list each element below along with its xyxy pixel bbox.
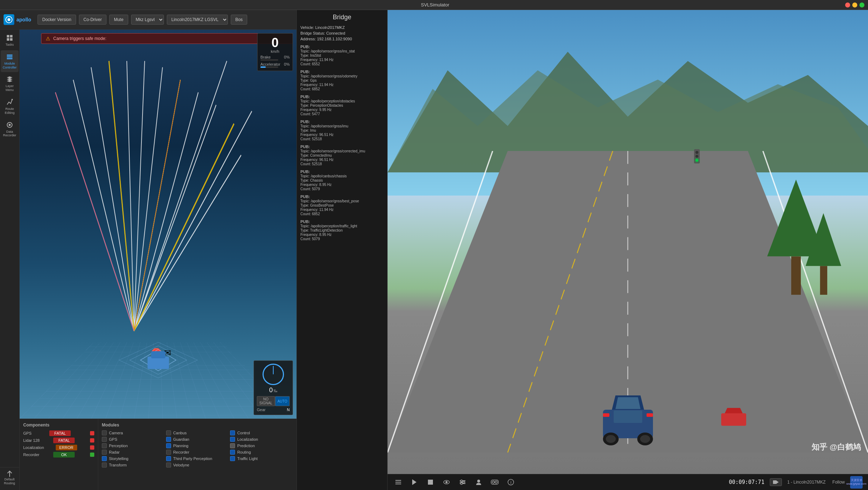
module-traffic-light: Traffic Light (230, 456, 293, 461)
stop-btn[interactable] (425, 477, 436, 488)
auto-btn[interactable]: AUTO (275, 396, 290, 406)
record-btn[interactable] (770, 478, 782, 486)
car-right-svg (719, 406, 748, 428)
no-signal-btn[interactable]: NO SIGNAL (257, 396, 275, 406)
vehicle-info: 1 - Lincoln2017MKZ (787, 480, 825, 485)
pub-5-type: Type: Chassis (300, 178, 384, 182)
steering-unit: ‰ (274, 389, 278, 393)
module-radar-checkbox[interactable] (102, 450, 107, 455)
menu-btn[interactable] (393, 477, 404, 488)
module-localization-checkbox[interactable] (230, 437, 235, 442)
car-svg (112, 339, 205, 382)
tasks-icon (6, 34, 13, 41)
module-recorder-checkbox[interactable] (166, 450, 171, 455)
module-planning-checkbox[interactable] (166, 443, 171, 448)
speed-panel: 0 km/h Brake 0% Accelerator 0% (257, 33, 293, 71)
svg-rect-29 (614, 410, 642, 423)
module-prediction-checkbox[interactable] (230, 443, 235, 448)
vr-btn[interactable] (489, 477, 500, 488)
pub-7-count: Count: 5079 (300, 237, 384, 241)
components-section: Components GPS FATAL Lidar 128 FATAL (20, 419, 98, 490)
bridge-panel: Bridge Vehicle: Lincoln2017MKZ Bridge St… (296, 10, 388, 490)
module-radar-label: Radar (109, 450, 120, 454)
viewport-area: ⚠ Camera triggers safe mode: 0 km/h Brak… (20, 30, 296, 490)
module-canbus-checkbox[interactable] (166, 430, 171, 435)
map-select[interactable]: Mkz Lgsvl (131, 15, 164, 25)
viewport-3d[interactable]: ⚠ Camera triggers safe mode: 0 km/h Brak… (20, 30, 296, 419)
play-btn[interactable] (409, 477, 420, 488)
module-control: Control (230, 430, 293, 435)
svg-point-11 (9, 124, 11, 126)
component-localization-name: Localization (23, 445, 44, 450)
sidebar-item-tasks[interactable]: Tasks (1, 31, 19, 50)
sidebar-item-default-routing[interactable]: DefaultRouting (0, 467, 20, 488)
minimize-button[interactable] (852, 2, 857, 7)
pub-7: PUB: Topic: /apollo/perception/traffic_l… (300, 219, 384, 241)
default-routing-label: DefaultRouting (4, 478, 15, 485)
pub-1: PUB: Topic: /apollo/sensor/gnss/odometry… (300, 70, 384, 91)
window-title: SVLSimulator (25, 2, 845, 7)
close-button[interactable] (845, 2, 850, 7)
sidebar-item-data-recorder[interactable]: DataRecorder (1, 118, 19, 141)
brake-value: 0% (284, 55, 290, 59)
pub-6-topic: Topic: /apollo/sensor/gnss/best_pose (300, 199, 384, 203)
module-guardian-checkbox[interactable] (166, 437, 171, 442)
module-canbus-label: Canbus (173, 431, 187, 435)
svg-point-9 (11, 99, 13, 100)
info-btn[interactable]: i (505, 477, 516, 488)
module-routing-checkbox[interactable] (230, 450, 235, 455)
pub-6: PUB: Topic: /apollo/sensor/gnss/best_pos… (300, 195, 384, 216)
pub-1-count: Count: 6852 (300, 87, 384, 91)
docker-version-btn[interactable]: Docker Version (38, 15, 76, 25)
svg-point-43 (445, 481, 448, 483)
sidebar-item-module-controller[interactable]: ModuleController (1, 50, 19, 72)
eye-btn[interactable] (441, 477, 452, 488)
pub-7-freq: Frequency: 8.95 Hz (300, 233, 384, 237)
watermark: 知乎 @白鹤鸠 (812, 442, 861, 453)
sidebar-item-layer-menu[interactable]: LayerMenu (1, 73, 19, 95)
title-bar: SVLSimulator (0, 0, 868, 10)
module-gps-label: GPS (109, 437, 117, 441)
module-storytelling-checkbox[interactable] (102, 456, 107, 461)
module-gps-checkbox[interactable] (102, 437, 107, 442)
pub-2-type: Type: PerceptionObstacles (300, 103, 384, 107)
driving-scene[interactable]: 知乎 @白鹤鸠 (388, 10, 868, 474)
module-tpp-label: Third Party Perception (173, 456, 212, 461)
settings-btn[interactable] (457, 477, 468, 488)
module-transform-checkbox[interactable] (102, 463, 107, 468)
module-gps: GPS (102, 437, 165, 442)
module-velodyne-checkbox[interactable] (166, 463, 171, 468)
module-radar: Radar (102, 450, 165, 455)
pub-1-topic: Topic: /apollo/sensor/gnss/odometry (300, 74, 384, 78)
component-gps-status: FATAL (49, 430, 71, 436)
svg-point-47 (461, 480, 463, 482)
accelerator-label: Accelerator (260, 62, 280, 66)
module-traffic-light-checkbox[interactable] (230, 456, 235, 461)
svg-rect-4 (7, 38, 9, 41)
sidebar-item-route-editing[interactable]: RouteEditing (1, 96, 19, 118)
module-camera-checkbox[interactable] (102, 430, 107, 435)
vehicle-select[interactable]: Lincoln2017MKZ LGSVL (167, 15, 228, 25)
module-canbus: Canbus (166, 430, 229, 435)
pub-7-type: Type: TrafficLightDetection (300, 228, 384, 232)
pub-3-freq: Frequency: 96.51 Hz (300, 133, 384, 137)
agent-btn[interactable] (473, 477, 484, 488)
steering-needle (273, 366, 274, 374)
pub-4-freq: Frequency: 96.51 Hz (300, 158, 384, 162)
module-tpp-checkbox[interactable] (166, 456, 171, 461)
module-prediction: Prediction (230, 443, 293, 448)
platform-logo: 天源安卓www.jylyaz.com (850, 476, 863, 489)
pub-5-count: Count: 5079 (300, 187, 384, 191)
module-control-checkbox[interactable] (230, 430, 235, 435)
maximize-button[interactable] (859, 2, 864, 7)
status-panel: Components GPS FATAL Lidar 128 FATAL (20, 419, 296, 490)
module-perception-checkbox[interactable] (102, 443, 107, 448)
component-gps-dot (90, 431, 94, 435)
bridge-btn[interactable]: Bos (231, 15, 248, 25)
svg-rect-34 (603, 413, 609, 417)
svg-point-52 (492, 481, 494, 483)
co-driver-btn[interactable]: Co-Driver (79, 15, 106, 25)
svg-rect-41 (428, 480, 433, 485)
pub-4-count: Count: 52518 (300, 162, 384, 166)
mute-btn[interactable]: Mute (109, 15, 128, 25)
